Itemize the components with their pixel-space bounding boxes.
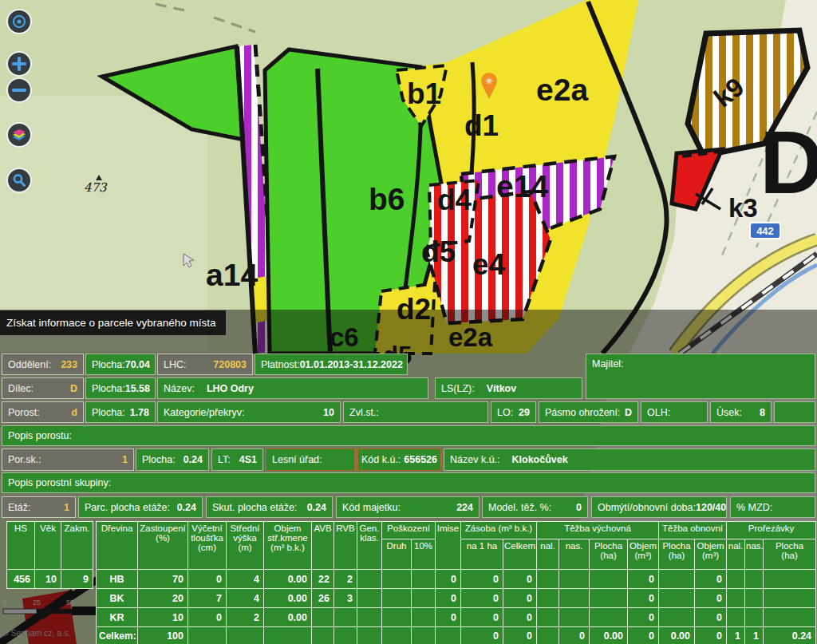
field-nazev-ku: Název k.ú.:Klokočůvek xyxy=(444,448,815,471)
locate-icon xyxy=(11,14,27,30)
table-cell: 0 xyxy=(436,570,461,589)
field-plocha-dilec: Plocha:15.58 xyxy=(85,377,156,399)
table-cell xyxy=(188,627,227,644)
table-cell: 70 xyxy=(138,570,188,589)
layers-icon xyxy=(10,126,28,144)
field-mzd: % MZD: xyxy=(730,496,815,518)
table-cell xyxy=(727,589,745,608)
table-cell xyxy=(745,589,764,608)
table-cell xyxy=(537,589,559,608)
table-cell: 26 xyxy=(312,589,334,608)
column-subheader: Plocha(ha) xyxy=(764,539,816,570)
column-header: RVB xyxy=(334,522,357,570)
field-plocha-oddeleni: Plocha:70.04 xyxy=(85,354,156,375)
column-subheader: nal. xyxy=(727,539,745,570)
table-cell: 0 xyxy=(503,608,537,627)
field-parc-plocha: Parc. plocha etáže:0.24 xyxy=(78,496,203,518)
table-cell: 1 xyxy=(745,627,764,644)
field-lhc: LHC:720803 xyxy=(157,354,253,375)
field-obmyti: Obmýtí/obnovní doba:120/40 xyxy=(591,496,727,518)
table-cell: 0.00 xyxy=(590,627,628,644)
table-cell: 1 xyxy=(727,627,745,644)
table-cell: 0 xyxy=(436,589,461,608)
table-cell xyxy=(382,627,412,644)
table-cell: 0 xyxy=(461,608,503,627)
table-cell: 0 xyxy=(695,570,727,589)
table-cell xyxy=(537,627,559,644)
column-header: Dřevina xyxy=(97,522,138,570)
table-cell: 3 xyxy=(334,589,357,608)
field-model-tez: Model. těž. %:0 xyxy=(482,496,588,518)
table-cell: 4 xyxy=(227,570,264,589)
field-platnost: Platnost:01.01.2013-31.12.2022 xyxy=(255,354,408,375)
table-cell xyxy=(764,589,816,608)
column-subheader: Druh xyxy=(382,539,412,570)
map-label-d1: d1 xyxy=(464,109,499,142)
table-cell: 10 xyxy=(138,608,188,627)
road-shield-442: 442 xyxy=(750,223,780,239)
table-cell xyxy=(559,608,590,627)
table-cell xyxy=(764,570,816,589)
table-row: Celkem:1000000.0000.000110.24 xyxy=(97,627,816,644)
column-subheader: na 1 ha xyxy=(461,539,503,570)
plus-icon xyxy=(12,57,26,71)
field-popis-skupiny: Popis porostní skupiny: xyxy=(2,472,815,493)
column-group-header: Prořezávky xyxy=(727,522,816,539)
mini-cell: 9 xyxy=(61,570,93,589)
search-button[interactable] xyxy=(6,168,32,193)
stand-summary-table: HSVěkZakm.456109 xyxy=(6,521,93,589)
table-cell xyxy=(659,589,695,608)
table-cell: 0 xyxy=(695,589,727,608)
table-cell: 0 xyxy=(461,570,503,589)
table-cell: 0 xyxy=(461,589,503,608)
map-label-d4: d4 xyxy=(437,184,472,216)
table-cell xyxy=(436,627,461,644)
table-cell: 0 xyxy=(503,570,537,589)
table-cell: 0.00 xyxy=(264,570,312,589)
field-majitel: Majitel: xyxy=(586,354,815,399)
table-cell: 0 xyxy=(695,627,727,644)
column-group-header: Těžba výchovná xyxy=(537,522,659,539)
table-cell xyxy=(382,570,412,589)
map-label-D: D xyxy=(760,113,817,212)
table-cell xyxy=(559,570,590,589)
table-cell xyxy=(764,608,816,627)
field-nazev: Název:LHO Odry xyxy=(157,377,428,399)
minus-icon xyxy=(12,83,26,97)
table-cell xyxy=(357,608,382,627)
locate-button[interactable] xyxy=(6,9,32,34)
table-cell xyxy=(745,570,764,589)
column-group-header: Těžba obnovní xyxy=(659,522,727,539)
table-cell xyxy=(357,570,382,589)
table-cell: 0 xyxy=(461,627,503,644)
column-subheader: nas. xyxy=(745,539,764,570)
table-cell: 0 xyxy=(628,608,659,627)
zoom-out-button[interactable] xyxy=(6,77,32,103)
table-cell xyxy=(227,627,264,644)
mini-cell: 456 xyxy=(7,570,35,589)
table-cell xyxy=(590,608,628,627)
layers-button[interactable] xyxy=(6,122,32,148)
field-kod-majetku: Kód majetku:224 xyxy=(336,496,480,518)
table-cell: KR xyxy=(97,608,138,627)
table-cell xyxy=(312,608,334,627)
table-cell: 0 xyxy=(188,608,227,627)
mini-header: HS xyxy=(7,522,35,570)
column-subheader: Objem(m³) xyxy=(695,539,727,570)
table-cell: Celkem: xyxy=(97,627,138,644)
table-cell: 2 xyxy=(334,570,357,589)
table-cell xyxy=(659,570,695,589)
map-label-e4: e4 xyxy=(472,248,506,281)
column-header: AVB xyxy=(312,522,334,570)
table-cell: 0 xyxy=(695,608,727,627)
zoom-in-button[interactable] xyxy=(6,51,32,77)
field-etaz: Etáž:1 xyxy=(2,496,76,518)
field-filler xyxy=(774,401,815,423)
table-cell: 22 xyxy=(312,570,334,589)
table-cell: 100 xyxy=(138,627,188,644)
table-cell xyxy=(412,627,436,644)
table-row: HB70040.0022200000 xyxy=(97,570,816,589)
field-plocha-porost: Plocha:1.78 xyxy=(85,401,156,423)
field-zvlst: Zvl.st.: xyxy=(343,401,488,423)
table-cell: 0.00 xyxy=(659,627,695,644)
